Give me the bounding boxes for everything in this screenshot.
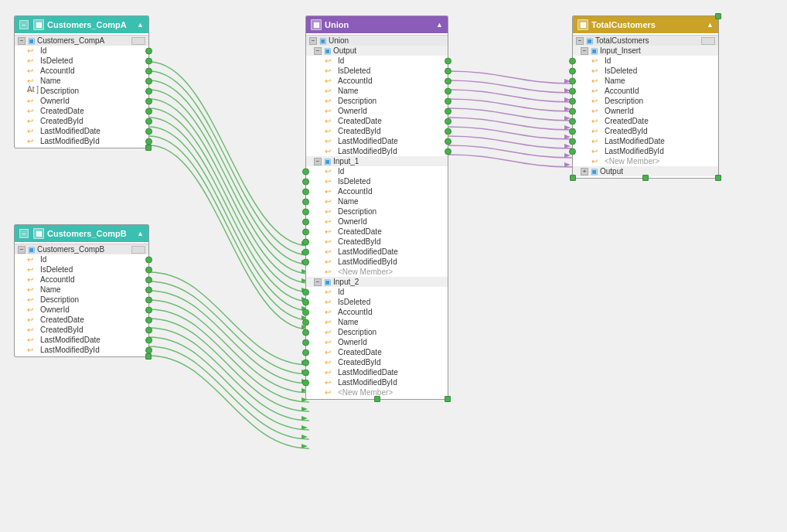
svg-marker-27	[302, 425, 308, 430]
compa-field-isdeleted: ↩IsDeleted	[15, 56, 148, 66]
compa-resize[interactable]	[145, 145, 152, 151]
union-section-collapse[interactable]: −	[309, 37, 317, 45]
union-in1-description: ↩Description	[306, 206, 448, 217]
total-bottom-dot[interactable]	[642, 175, 649, 181]
total-inputinsert-label: Input_Insert	[600, 46, 641, 55]
svg-marker-28	[302, 435, 308, 439]
union-body: − ▣ Union − ▣ Output ↩Id ↩IsDeleted ↩Acc…	[306, 33, 448, 399]
total-inputinsert-icon: ▣	[591, 46, 598, 55]
union-in2-accountid: ↩AccountId	[306, 307, 448, 317]
union-in2-id: ↩Id	[306, 287, 448, 297]
total-ii-createdbyid: ↩CreatedById	[573, 126, 718, 136]
total-ii-id: ↩Id	[573, 56, 718, 66]
compb-section-icon: ▣	[28, 245, 35, 254]
union-section-label: Union	[329, 36, 349, 45]
compb-field-createddate: ↩CreatedDate	[15, 315, 148, 325]
compb-table-icon: ▦	[33, 228, 44, 239]
compa-field-lastmodifiedbyid: ↩LastModifiedById	[15, 136, 148, 146]
union-table: ▦ Union ▲ − ▣ Union − ▣ Output ↩Id ↩IsDe…	[305, 15, 448, 400]
compb-field-accountid: ↩AccountId	[15, 275, 148, 285]
total-ii-createddate: ↩CreatedDate	[573, 116, 718, 126]
total-ii-description: ↩Description	[573, 96, 718, 106]
total-output-label: Output	[600, 167, 623, 176]
customers-compa-table: − ▦ Customers_CompA ▲ − ▣ Customers_Comp…	[14, 15, 149, 148]
union-out-id: ↩Id	[306, 56, 448, 66]
compa-section: − ▣ Customers_CompA	[15, 35, 148, 46]
union-output-collapse[interactable]: −	[314, 47, 322, 55]
total-inputinsert-collapse[interactable]: −	[581, 47, 588, 55]
union-out-ownerid: ↩OwnerId	[306, 106, 448, 116]
union-section-icon: ▣	[319, 36, 326, 45]
union-in2-isdeleted: ↩IsDeleted	[306, 297, 448, 307]
total-resize[interactable]	[715, 175, 721, 181]
compb-field-lastmodifiedbyid: ↩LastModifiedById	[15, 345, 148, 355]
svg-marker-9	[564, 162, 571, 167]
union-in2-name: ↩Name	[306, 317, 448, 327]
union-input2-collapse[interactable]: −	[314, 278, 322, 286]
union-input2-icon: ▣	[324, 278, 331, 286]
union-in2-description: ↩Description	[306, 327, 448, 337]
compb-collapse[interactable]: −	[19, 229, 29, 238]
union-in2-createddate: ↩CreatedDate	[306, 347, 448, 357]
total-ii-isdeleted: ↩IsDeleted	[573, 66, 718, 76]
total-ii-ownerid: ↩OwnerId	[573, 106, 718, 116]
union-input1-collapse[interactable]: −	[314, 158, 322, 165]
compb-field-isdeleted: ↩IsDeleted	[15, 264, 148, 275]
union-in1-accountid: ↩AccountId	[306, 186, 448, 196]
compb-section-label: Customers_CompB	[37, 245, 104, 254]
canvas: − ▦ Customers_CompA ▲ − ▣ Customers_Comp…	[0, 0, 787, 532]
union-header: ▦ Union ▲	[306, 16, 448, 33]
customers-compb-table: − ▦ Customers_CompB ▲ − ▣ Customers_Comp…	[14, 224, 149, 357]
compa-field-id: ↩Id	[15, 46, 148, 56]
union-out-accountid: ↩AccountId	[306, 76, 448, 86]
compa-section-icon: ▣	[28, 36, 35, 45]
total-body: − ▣ TotalCustomers − ▣ Input_Insert ↩Id …	[573, 33, 718, 178]
total-ii-name: ↩Name	[573, 76, 718, 86]
union-in1-createddate: ↩CreatedDate	[306, 227, 448, 237]
compa-field-accountid: ↩AccountId	[15, 66, 148, 76]
union-out-createdbyid: ↩CreatedById	[306, 126, 448, 136]
compa-section-label: Customers_CompA	[37, 36, 104, 45]
union-arrow: ▲	[436, 21, 443, 29]
union-input2-label: Input_2	[333, 278, 359, 286]
svg-marker-26	[302, 416, 308, 421]
total-output-collapse[interactable]: +	[581, 168, 588, 176]
union-input1-icon: ▣	[324, 157, 331, 165]
union-in1-isdeleted: ↩IsDeleted	[306, 176, 448, 186]
total-bottom-left[interactable]	[570, 175, 576, 181]
compb-field-name: ↩Name	[15, 285, 148, 295]
compb-field-createdbyid: ↩CreatedById	[15, 325, 148, 335]
union-in1-name: ↩Name	[306, 196, 448, 206]
compa-collapse[interactable]: −	[19, 20, 29, 29]
union-out-lastmodifieddate: ↩LastModifiedDate	[306, 136, 448, 146]
compa-section-collapse[interactable]: −	[18, 37, 26, 45]
union-output-label: Output	[333, 46, 356, 55]
compb-field-ownerid: ↩OwnerId	[15, 305, 148, 315]
union-in2-lastmodifiedbyid: ↩LastModifiedById	[306, 377, 448, 387]
union-bottom-dot[interactable]	[374, 396, 380, 402]
compb-section-collapse[interactable]: −	[18, 246, 26, 254]
union-out-lastmodifiedbyid: ↩LastModifiedById	[306, 146, 448, 156]
compa-field-lastmodifieddate: ↩LastModifiedDate	[15, 126, 148, 136]
svg-marker-29	[302, 444, 308, 448]
union-in2-createdbyid: ↩CreatedById	[306, 357, 448, 367]
compb-field-id: ↩Id	[15, 254, 148, 264]
union-output-section: − ▣ Output	[306, 46, 448, 56]
compa-field-ownerid: ↩OwnerId	[15, 96, 148, 106]
union-title: Union	[325, 20, 349, 29]
total-section-icon: ▣	[586, 36, 593, 45]
union-out-isdeleted: ↩IsDeleted	[306, 66, 448, 76]
total-inputinsert-section: − ▣ Input_Insert	[573, 46, 718, 56]
total-ii-lastmodifiedbyid: ↩LastModifiedById	[573, 146, 718, 156]
union-output-icon: ▣	[324, 46, 331, 55]
union-table-icon: ▦	[311, 19, 322, 30]
total-section: − ▣ TotalCustomers	[573, 35, 718, 46]
compb-resize[interactable]	[145, 353, 152, 360]
total-top-right-dot[interactable]	[715, 13, 721, 19]
total-section-collapse[interactable]: −	[576, 37, 584, 45]
union-resize[interactable]	[445, 396, 451, 402]
union-in1-lastmodifiedbyid: ↩LastModifiedById	[306, 257, 448, 267]
compb-title: Customers_CompB	[47, 229, 127, 238]
union-in1-createdbyid: ↩CreatedById	[306, 237, 448, 247]
total-title: TotalCustomers	[591, 20, 656, 29]
